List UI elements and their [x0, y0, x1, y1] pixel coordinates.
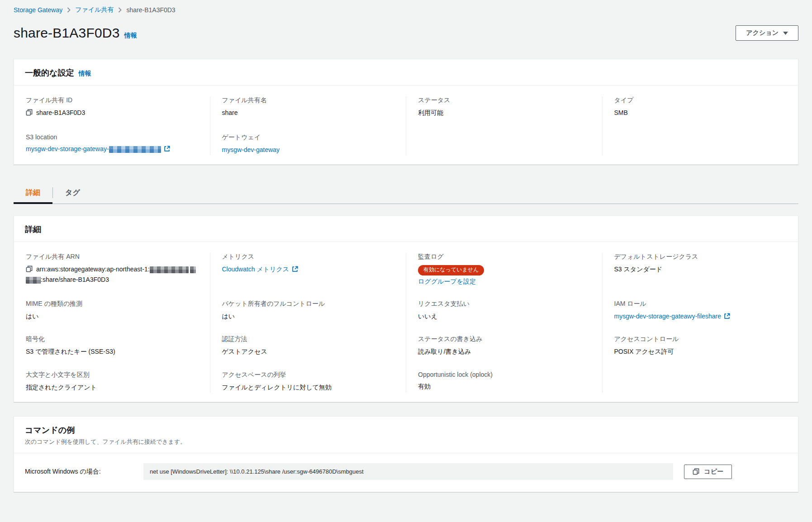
panel-column: ステータス利用可能 — [406, 96, 602, 155]
badge-link-row: ロググループを設定 — [418, 276, 590, 287]
panel-column: デフォルトストレージクラスS3 スタンダードIAM ロールmysgw-dev-s… — [602, 253, 798, 393]
field-value: はい — [222, 311, 394, 322]
field: MIME の種類の推測はい — [26, 300, 198, 335]
details-panel: 詳細 ファイル共有 ARNarn:aws:storagegateway:ap-n… — [14, 215, 798, 402]
field: S3 locationmysgw-dev-storage-gateway- — [26, 133, 198, 154]
value-text: mysgw-dev-storage-gateway- — [26, 145, 109, 152]
field-link[interactable]: mysgw-dev-storage-gateawy-fileshare — [614, 313, 731, 320]
field-value: ファイルとディレクトリに対して無効 — [222, 382, 394, 393]
field-value: 読み取り/書き込み — [418, 346, 590, 357]
page-header: share-B1A3F0D3情報 アクション — [14, 25, 798, 41]
command-example-panel: コマンドの例 次のコマンド例を使用して、ファイル共有に接続できます。 Micro… — [14, 416, 798, 492]
chevron-right-icon — [118, 7, 122, 13]
field-label: ステータス — [418, 96, 590, 104]
field-value: 有効 — [418, 381, 590, 392]
command-row: Microsoft Windows の場合: net use [WindowsD… — [14, 453, 798, 492]
copy-command-button[interactable]: コピー — [684, 465, 732, 479]
tab-tags[interactable]: タグ — [53, 184, 92, 204]
field-label: ファイル共有 ID — [26, 96, 198, 104]
panel-column: ファイル共有名shareゲートウェイmysgw-dev-gateway — [210, 96, 406, 155]
command-example-title: コマンドの例 — [25, 426, 75, 435]
panel-column: ファイル共有 IDshare-B1A3F0D3S3 locationmysgw-… — [14, 96, 210, 155]
field-value: share — [222, 108, 394, 118]
copy-icon — [693, 468, 699, 475]
field-label: IAM ロール — [614, 300, 787, 308]
field-label: バケット所有者のフルコントロール — [222, 300, 394, 308]
breadcrumb-file-shares[interactable]: ファイル共有 — [75, 6, 114, 14]
actions-button[interactable]: アクション — [736, 25, 798, 41]
field-value: POSIX アクセス許可 — [614, 346, 787, 357]
general-settings-title: 一般的な設定 — [25, 68, 74, 77]
field-link[interactable]: Cloudwatch メトリクス — [222, 266, 299, 273]
page-title: share-B1A3F0D3情報 — [14, 25, 137, 41]
field: メトリクスCloudwatch メトリクス — [222, 253, 394, 300]
field-label: ステータスの書き込み — [418, 335, 590, 343]
field-link[interactable]: mysgw-dev-gateway — [222, 146, 280, 153]
panel-column: 監査ログ有効になっていませんロググループを設定リクエスタ支払いいいえステータスの… — [406, 253, 602, 393]
external-link-icon — [724, 313, 730, 319]
field: アクセスベースの列挙ファイルとディレクトリに対して無効 — [222, 371, 394, 393]
value-text: arn:aws:storagegateway:ap-northeast-1: — [36, 266, 150, 273]
field: バケット所有者のフルコントロールはい — [222, 300, 394, 335]
tab-bar: 詳細 タグ — [14, 184, 798, 204]
status-badge: 有効になっていません — [418, 265, 484, 275]
field-label: 監査ログ — [418, 253, 590, 261]
field-value: はい — [26, 311, 198, 322]
breadcrumb: Storage Gateway ファイル共有 share-B1A3F0D3 — [14, 0, 798, 14]
field: タイプSMB — [614, 96, 787, 133]
field: ステータス利用可能 — [418, 96, 590, 133]
field-label: Opportunistic lock (oplock) — [418, 371, 590, 378]
field: 大文字と小文字を区別指定されたクライアント — [26, 371, 198, 393]
field: 監査ログ有効になっていませんロググループを設定 — [418, 253, 590, 300]
field-label: タイプ — [614, 96, 787, 104]
field: ステータスの書き込み読み取り/書き込み — [418, 335, 590, 371]
details-body: ファイル共有 ARNarn:aws:storagegateway:ap-nort… — [14, 242, 798, 402]
tabs-wrap: 詳細 タグ — [14, 184, 798, 204]
windows-command-text[interactable]: net use [WindowsDriveLetter]: \\10.0.21.… — [143, 463, 673, 480]
field-value: share-B1A3F0D3 — [26, 108, 198, 118]
copy-icon[interactable] — [26, 266, 33, 272]
field: リクエスタ支払いいいえ — [418, 300, 590, 335]
redacted-text — [109, 146, 161, 153]
field-value: ゲストアクセス — [222, 346, 394, 357]
general-settings-panel: 一般的な設定情報 ファイル共有 IDshare-B1A3F0D3S3 locat… — [14, 59, 798, 165]
field-link[interactable]: ロググループを設定 — [418, 278, 476, 285]
panel-column: メトリクスCloudwatch メトリクスバケット所有者のフルコントロールはい認… — [210, 253, 406, 393]
field-label: リクエスタ支払い — [418, 300, 590, 308]
redacted-text — [190, 266, 196, 273]
field-label: MIME の種類の推測 — [26, 300, 198, 308]
field-value-text: share-B1A3F0D3 — [36, 109, 85, 116]
field: デフォルトストレージクラスS3 スタンダード — [614, 253, 787, 300]
field-link-label: mysgw-dev-gateway — [222, 146, 280, 153]
general-settings-header: 一般的な設定情報 — [14, 59, 798, 85]
copy-button-label: コピー — [704, 468, 723, 476]
general-settings-body: ファイル共有 IDshare-B1A3F0D3S3 locationmysgw-… — [14, 85, 798, 164]
field-label: デフォルトストレージクラス — [614, 253, 787, 261]
field-label: 大文字と小文字を区別 — [26, 371, 198, 379]
redacted-text — [150, 266, 189, 273]
share-id-title: share-B1A3F0D3 — [14, 25, 120, 40]
field-link[interactable]: mysgw-dev-storage-gateway- — [26, 145, 170, 152]
field: ファイル共有 ARNarn:aws:storagegateway:ap-nort… — [26, 253, 198, 300]
title-info-link[interactable]: 情報 — [124, 32, 137, 39]
field: IAM ロールmysgw-dev-storage-gateawy-filesha… — [614, 300, 787, 335]
windows-command-label: Microsoft Windows の場合: — [25, 468, 143, 476]
general-settings-info-link[interactable]: 情報 — [78, 70, 91, 77]
field-value: arn:aws:storagegateway:ap-northeast-1: :… — [26, 264, 198, 285]
field-value: mysgw-dev-gateway — [222, 145, 394, 155]
field-value: SMB — [614, 108, 787, 118]
field-link-label: ロググループを設定 — [418, 278, 476, 285]
field: 暗号化S3 で管理されたキー (SSE-S3) — [26, 335, 198, 371]
external-link-icon — [164, 146, 170, 152]
external-link-icon — [292, 266, 298, 272]
field: ファイル共有 IDshare-B1A3F0D3 — [26, 96, 198, 133]
copy-icon[interactable] — [26, 109, 33, 116]
field-value: mysgw-dev-storage-gateawy-fileshare — [614, 311, 787, 322]
field-value: 指定されたクライアント — [26, 382, 198, 393]
value-text: :share/share-B1A3F0D3 — [41, 276, 109, 283]
redacted-text — [26, 277, 41, 284]
breadcrumb-storage-gateway[interactable]: Storage Gateway — [14, 6, 62, 14]
field-label: 認証方法 — [222, 335, 394, 343]
field-label: アクセスコントロール — [614, 335, 787, 343]
tab-details[interactable]: 詳細 — [14, 184, 52, 204]
